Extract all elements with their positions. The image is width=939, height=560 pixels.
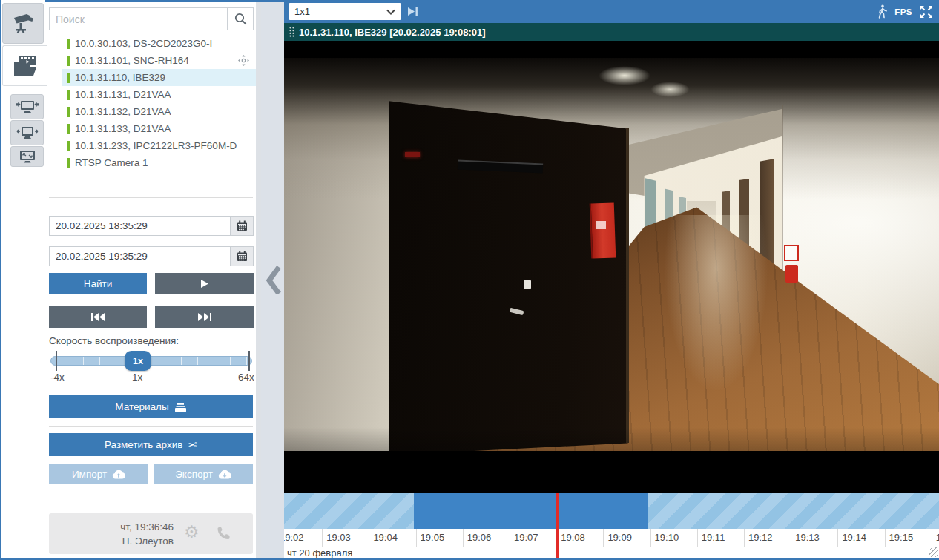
timeline-date-label: чт 20 февраля [287,547,352,558]
camera-status-marker [67,158,70,168]
window-border-left [0,0,1,560]
scene-door-edge [626,128,629,443]
search-input[interactable] [50,8,227,30]
play-icon [200,279,209,289]
tab-live-view[interactable] [2,3,44,44]
find-button[interactable]: Найти [49,273,147,294]
scene-door-sensor [524,280,531,289]
camera-status-marker [67,107,70,117]
speed-slider-handle[interactable]: 1x [125,351,151,371]
camera-label: 10.0.30.103, DS-2CD2023G0-I [75,38,212,49]
timeline-tick: 19:03 [322,529,369,547]
camera-list-item[interactable]: 10.1.31.110, IBE329 [62,69,256,86]
film-folder-icon [12,53,39,79]
speed-min-label: -4x [50,372,65,383]
scene-fire-sign [784,245,799,261]
grid-layout-value: 1x1 [294,6,310,17]
camera-label: 10.1.31.101, SNC-RH164 [75,55,189,66]
timeline-tick: 19:06 [463,529,510,547]
monitor-arrows-in-icon [16,98,39,116]
tab-expand-to-screen[interactable] [10,120,44,145]
camera-list-item[interactable]: RTSP Camera 1 [62,154,256,171]
timeline-tick: 19:04 [369,529,415,547]
date-from-calendar-button[interactable] [230,217,253,235]
camera-list-item[interactable]: 10.1.31.233, IPC2122LR3-PF60M-D [62,137,256,154]
date-to-calendar-button[interactable] [230,247,253,266]
camera-list-item[interactable]: 10.0.30.103, DS-2CD2023G0-I [62,35,256,52]
divider [49,197,253,198]
export-button[interactable]: Экспорт [154,464,253,484]
import-button[interactable]: Импорт [49,464,148,484]
skip-to-end-button[interactable] [407,7,418,16]
pedestrian-icon[interactable] [877,4,887,19]
timeline-playhead[interactable] [556,493,559,558]
timeline-tick: 19:02 [284,529,322,547]
rewind-button[interactable] [49,306,147,328]
session-status-box: чт, 19:36:46 Н. Элеутов ⚙ [49,513,253,554]
timeline-segment-sparse[interactable] [648,493,939,529]
status-user: Н. Элеутов [56,534,174,548]
slider-tick-max [248,351,250,371]
status-time: чт, 19:36:46 [56,520,174,534]
timeline-segment-sparse[interactable] [284,493,414,529]
markup-archive-label: Разметить архив [105,439,182,450]
search-icon [234,12,248,26]
toolbar-right-group: FPS [877,0,933,23]
tab-archive-view[interactable] [2,45,47,86]
search-button[interactable] [227,8,253,30]
speed-slider[interactable]: 1x -4x 1x 64x [49,348,254,378]
fullscreen-icon[interactable] [920,5,933,19]
timeline-labels: 19:0219:0319:0419:0519:0619:0719:0819:09… [284,529,939,547]
phone-icon[interactable] [215,524,232,541]
slider-tick-min [56,351,57,371]
speed-slider-track[interactable] [50,356,252,366]
camera-label: 10.1.31.132, D21VAA [75,106,171,117]
main-toolbar: 1x1 [284,0,939,23]
sidebar-scrollbar[interactable] [256,2,261,558]
timeline-band[interactable] [284,493,939,529]
cctv-camera-icon [10,11,36,36]
sidebar-collapse-handle[interactable] [261,2,284,558]
cloud-upload-icon [112,470,125,479]
camera-status-marker [67,56,70,66]
scissors-icon: ✂ [188,439,197,450]
monitor-arrows-out-icon [16,124,39,142]
tab-scale-view[interactable] [10,146,44,167]
scene-bottom-vignette [284,427,939,451]
calendar-icon [237,251,248,262]
materials-button[interactable]: Материалы [49,395,253,418]
timeline-tick: 19:13 [791,529,837,547]
markup-archive-button[interactable]: Разметить архив ✂ [49,433,253,456]
date-from-input[interactable] [50,217,230,235]
fast-forward-icon [197,312,212,322]
timeline-tick: 19:15 [885,529,932,547]
date-from-field [49,216,254,236]
camera-status-marker [67,141,70,151]
camera-list-item[interactable]: 10.1.31.131, D21VAA [62,86,256,103]
timeline-tick: 19:08 [556,529,603,547]
camera-list-item[interactable]: 10.1.31.133, D21VAA [62,120,256,137]
fps-label[interactable]: FPS [894,7,912,16]
scene-fire-cabinet [590,203,616,259]
timeline-tick: 19:10 [650,529,697,547]
settings-gear-icon[interactable]: ⚙ [184,524,200,541]
grid-layout-select[interactable]: 1x1 [289,3,401,20]
camera-list-item[interactable]: 10.1.31.101, SNC-RH164 [62,52,256,69]
play-button[interactable] [155,273,254,294]
date-to-input[interactable] [50,247,230,266]
camera-list-item[interactable]: 10.1.31.132, D21VAA [62,103,256,120]
ptz-arrows-icon[interactable] [237,54,250,67]
chevron-down-icon [386,9,395,15]
timeline[interactable]: 19:0219:0319:0419:0519:0619:0719:0819:09… [284,493,939,558]
scene-floor-gloss [664,215,768,392]
video-frame[interactable] [284,41,939,493]
scene-fire-cabinet-label [596,221,605,229]
main-view: 1x1 [284,0,939,558]
fast-forward-button[interactable] [155,306,254,328]
resize-grip[interactable] [929,547,938,557]
timeline-segment-solid[interactable] [414,493,648,529]
scene-exit-sign [405,152,419,157]
drag-handle-icon[interactable] [289,27,294,37]
camera-search [49,7,254,30]
tab-fit-to-window[interactable] [10,94,44,119]
